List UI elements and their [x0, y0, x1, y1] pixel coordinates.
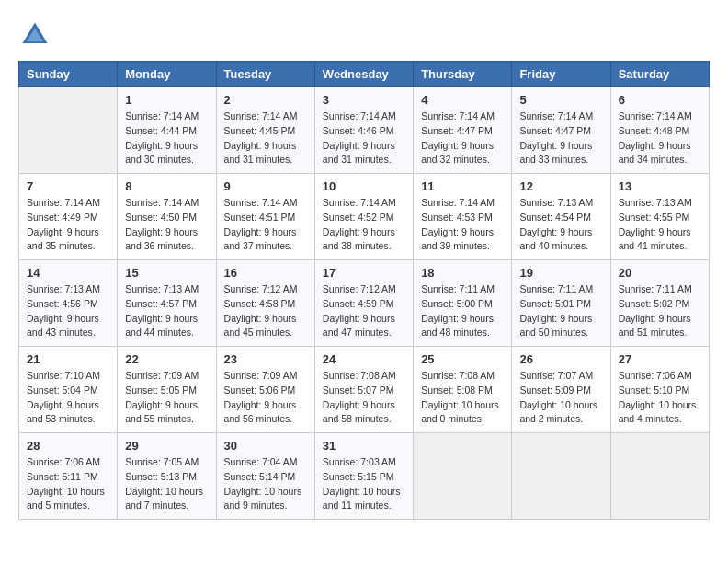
calendar-cell: 31Sunrise: 7:03 AM Sunset: 5:15 PM Dayli…: [314, 433, 413, 520]
weekday-header-monday: Monday: [118, 62, 216, 87]
day-number: 12: [519, 179, 602, 193]
weekday-header-row: SundayMondayTuesdayWednesdayThursdayFrid…: [19, 62, 710, 87]
day-info: Sunrise: 7:13 AM Sunset: 4:57 PM Dayligh…: [125, 282, 208, 340]
day-number: 2: [224, 93, 307, 107]
calendar-cell: 30Sunrise: 7:04 AM Sunset: 5:14 PM Dayli…: [216, 433, 314, 520]
day-number: 27: [619, 352, 701, 366]
calendar-week-row: 21Sunrise: 7:10 AM Sunset: 5:04 PM Dayli…: [19, 347, 710, 433]
weekday-header-friday: Friday: [512, 62, 610, 87]
day-info: Sunrise: 7:14 AM Sunset: 4:51 PM Dayligh…: [224, 196, 307, 254]
weekday-header-thursday: Thursday: [414, 62, 512, 87]
day-number: 8: [125, 179, 208, 193]
day-info: Sunrise: 7:06 AM Sunset: 5:11 PM Dayligh…: [27, 455, 109, 513]
calendar-cell: 17Sunrise: 7:12 AM Sunset: 4:59 PM Dayli…: [314, 260, 413, 347]
day-number: 10: [323, 179, 405, 193]
day-number: 1: [125, 93, 208, 107]
day-info: Sunrise: 7:14 AM Sunset: 4:52 PM Dayligh…: [323, 196, 405, 254]
day-number: 22: [125, 352, 208, 366]
day-number: 24: [323, 352, 405, 366]
weekday-header-saturday: Saturday: [610, 62, 709, 87]
calendar-cell: 14Sunrise: 7:13 AM Sunset: 4:56 PM Dayli…: [19, 260, 118, 347]
weekday-header-sunday: Sunday: [19, 62, 118, 87]
day-number: 23: [224, 352, 307, 366]
day-info: Sunrise: 7:14 AM Sunset: 4:44 PM Dayligh…: [125, 109, 208, 167]
day-info: Sunrise: 7:03 AM Sunset: 5:15 PM Dayligh…: [323, 455, 405, 513]
day-number: 13: [619, 179, 701, 193]
day-number: 11: [421, 179, 504, 193]
day-info: Sunrise: 7:07 AM Sunset: 5:09 PM Dayligh…: [519, 369, 602, 427]
calendar-cell: [512, 433, 610, 520]
day-info: Sunrise: 7:11 AM Sunset: 5:01 PM Dayligh…: [519, 282, 602, 340]
calendar-cell: 15Sunrise: 7:13 AM Sunset: 4:57 PM Dayli…: [118, 260, 216, 347]
calendar-cell: 4Sunrise: 7:14 AM Sunset: 4:47 PM Daylig…: [414, 87, 512, 174]
day-number: 9: [224, 179, 307, 193]
page-header: [18, 18, 710, 52]
day-number: 5: [519, 93, 602, 107]
calendar-cell: 7Sunrise: 7:14 AM Sunset: 4:49 PM Daylig…: [19, 174, 118, 260]
day-number: 26: [519, 352, 602, 366]
day-info: Sunrise: 7:14 AM Sunset: 4:45 PM Dayligh…: [224, 109, 307, 167]
day-info: Sunrise: 7:13 AM Sunset: 4:55 PM Dayligh…: [619, 196, 701, 254]
day-info: Sunrise: 7:11 AM Sunset: 5:02 PM Dayligh…: [619, 282, 701, 340]
day-number: 28: [27, 439, 109, 453]
calendar-cell: 25Sunrise: 7:08 AM Sunset: 5:08 PM Dayli…: [414, 347, 512, 433]
day-number: 18: [421, 266, 504, 280]
calendar-week-row: 7Sunrise: 7:14 AM Sunset: 4:49 PM Daylig…: [19, 174, 710, 260]
calendar-table: SundayMondayTuesdayWednesdayThursdayFrid…: [18, 61, 710, 520]
day-info: Sunrise: 7:05 AM Sunset: 5:13 PM Dayligh…: [125, 455, 208, 513]
calendar-cell: 27Sunrise: 7:06 AM Sunset: 5:10 PM Dayli…: [610, 347, 709, 433]
day-info: Sunrise: 7:08 AM Sunset: 5:08 PM Dayligh…: [421, 369, 504, 427]
day-info: Sunrise: 7:14 AM Sunset: 4:46 PM Dayligh…: [323, 109, 405, 167]
calendar-cell: 16Sunrise: 7:12 AM Sunset: 4:58 PM Dayli…: [216, 260, 314, 347]
calendar-cell: 9Sunrise: 7:14 AM Sunset: 4:51 PM Daylig…: [216, 174, 314, 260]
day-info: Sunrise: 7:13 AM Sunset: 4:54 PM Dayligh…: [519, 196, 602, 254]
logo: [18, 18, 55, 52]
calendar-cell: 10Sunrise: 7:14 AM Sunset: 4:52 PM Dayli…: [314, 174, 413, 260]
day-info: Sunrise: 7:04 AM Sunset: 5:14 PM Dayligh…: [224, 455, 307, 513]
calendar-cell: 12Sunrise: 7:13 AM Sunset: 4:54 PM Dayli…: [512, 174, 610, 260]
calendar-cell: 18Sunrise: 7:11 AM Sunset: 5:00 PM Dayli…: [414, 260, 512, 347]
calendar-cell: 22Sunrise: 7:09 AM Sunset: 5:05 PM Dayli…: [118, 347, 216, 433]
day-info: Sunrise: 7:14 AM Sunset: 4:47 PM Dayligh…: [421, 109, 504, 167]
calendar-cell: 5Sunrise: 7:14 AM Sunset: 4:47 PM Daylig…: [512, 87, 610, 174]
calendar-cell: 21Sunrise: 7:10 AM Sunset: 5:04 PM Dayli…: [19, 347, 118, 433]
day-number: 6: [619, 93, 701, 107]
calendar-cell: 23Sunrise: 7:09 AM Sunset: 5:06 PM Dayli…: [216, 347, 314, 433]
day-info: Sunrise: 7:13 AM Sunset: 4:56 PM Dayligh…: [27, 282, 109, 340]
calendar-cell: 19Sunrise: 7:11 AM Sunset: 5:01 PM Dayli…: [512, 260, 610, 347]
day-info: Sunrise: 7:12 AM Sunset: 4:58 PM Dayligh…: [224, 282, 307, 340]
day-number: 29: [125, 439, 208, 453]
calendar-cell: 28Sunrise: 7:06 AM Sunset: 5:11 PM Dayli…: [19, 433, 118, 520]
day-number: 4: [421, 93, 504, 107]
day-info: Sunrise: 7:06 AM Sunset: 5:10 PM Dayligh…: [619, 369, 701, 427]
calendar-cell: 24Sunrise: 7:08 AM Sunset: 5:07 PM Dayli…: [314, 347, 413, 433]
calendar-cell: 2Sunrise: 7:14 AM Sunset: 4:45 PM Daylig…: [216, 87, 314, 174]
day-number: 15: [125, 266, 208, 280]
day-info: Sunrise: 7:09 AM Sunset: 5:06 PM Dayligh…: [224, 369, 307, 427]
day-number: 25: [421, 352, 504, 366]
calendar-cell: 11Sunrise: 7:14 AM Sunset: 4:53 PM Dayli…: [414, 174, 512, 260]
day-info: Sunrise: 7:14 AM Sunset: 4:49 PM Dayligh…: [27, 196, 109, 254]
day-info: Sunrise: 7:12 AM Sunset: 4:59 PM Dayligh…: [323, 282, 405, 340]
day-number: 7: [27, 179, 109, 193]
calendar-cell: [610, 433, 709, 520]
day-info: Sunrise: 7:11 AM Sunset: 5:00 PM Dayligh…: [421, 282, 504, 340]
day-number: 17: [323, 266, 405, 280]
calendar-cell: 13Sunrise: 7:13 AM Sunset: 4:55 PM Dayli…: [610, 174, 709, 260]
day-info: Sunrise: 7:09 AM Sunset: 5:05 PM Dayligh…: [125, 369, 208, 427]
weekday-header-tuesday: Tuesday: [216, 62, 314, 87]
day-info: Sunrise: 7:14 AM Sunset: 4:53 PM Dayligh…: [421, 196, 504, 254]
day-number: 14: [27, 266, 109, 280]
calendar-cell: 1Sunrise: 7:14 AM Sunset: 4:44 PM Daylig…: [118, 87, 216, 174]
calendar-cell: 6Sunrise: 7:14 AM Sunset: 4:48 PM Daylig…: [610, 87, 709, 174]
calendar-week-row: 1Sunrise: 7:14 AM Sunset: 4:44 PM Daylig…: [19, 87, 710, 174]
day-info: Sunrise: 7:08 AM Sunset: 5:07 PM Dayligh…: [323, 369, 405, 427]
calendar-cell: 8Sunrise: 7:14 AM Sunset: 4:50 PM Daylig…: [118, 174, 216, 260]
day-number: 3: [323, 93, 405, 107]
calendar-week-row: 14Sunrise: 7:13 AM Sunset: 4:56 PM Dayli…: [19, 260, 710, 347]
calendar-week-row: 28Sunrise: 7:06 AM Sunset: 5:11 PM Dayli…: [19, 433, 710, 520]
calendar-cell: 26Sunrise: 7:07 AM Sunset: 5:09 PM Dayli…: [512, 347, 610, 433]
calendar-cell: 3Sunrise: 7:14 AM Sunset: 4:46 PM Daylig…: [314, 87, 413, 174]
calendar-cell: [19, 87, 118, 174]
day-number: 19: [519, 266, 602, 280]
